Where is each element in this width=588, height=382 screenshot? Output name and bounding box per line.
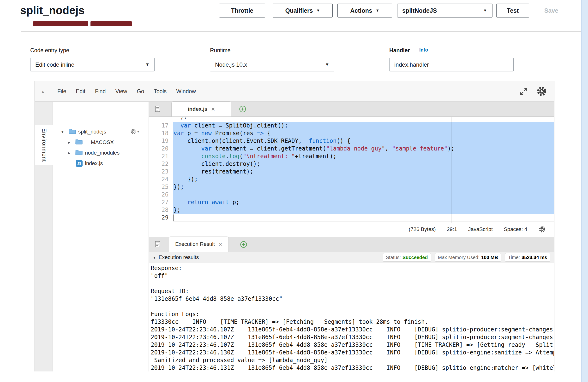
- code-line-27[interactable]: 27 return await p;: [149, 198, 554, 206]
- language-status[interactable]: JavaScript: [468, 226, 493, 232]
- menu-edit[interactable]: Edit: [76, 88, 85, 95]
- menu-window[interactable]: Window: [176, 88, 196, 95]
- code-line-24[interactable]: 24 });: [149, 175, 554, 183]
- result-badges: Status: Succeeded Max Memory Used: 100 M…: [383, 253, 550, 262]
- editor-main-area: index.js × "); 17 var client = SplitObj.…: [149, 102, 554, 371]
- code-line-18[interactable]: 18var p = new Promise(res => {: [149, 129, 554, 137]
- results-margin-line: [427, 263, 427, 371]
- code-entry-type-value: Edit code inline: [35, 61, 74, 68]
- editor-tabstrip: index.js ×: [149, 102, 554, 117]
- code-line-20[interactable]: 20 var treatment = client.getTreatment("…: [149, 145, 554, 153]
- runtime-label: Runtime: [210, 47, 231, 54]
- runtime-select[interactable]: Node.js 10.x ▼: [210, 58, 334, 71]
- tree-collapsed-icon[interactable]: ▸: [68, 151, 73, 155]
- folder-icon: [75, 139, 83, 146]
- folder-icon: [75, 149, 83, 156]
- tree-collapsed-icon[interactable]: ▸: [68, 140, 73, 145]
- memory-value: 100 MB: [481, 255, 498, 260]
- actions-label: Actions: [350, 7, 372, 14]
- code-line-26[interactable]: 26: [149, 191, 554, 198]
- cursor-position-status[interactable]: 29:1: [447, 226, 457, 232]
- menu-tools[interactable]: Tools: [154, 88, 167, 95]
- folder-icon: [69, 128, 76, 135]
- code-line-19[interactable]: 19 client.on(client.Event.SDK_READY, fun…: [149, 137, 554, 145]
- execution-results-header: ▼ Execution results Status: Succeeded Ma…: [149, 252, 554, 263]
- tree-item-node_modules[interactable]: ▸node_modules: [53, 148, 148, 158]
- fullscreen-icon[interactable]: [519, 87, 528, 97]
- qualifiers-button[interactable]: Qualifiers ▼: [273, 4, 333, 18]
- handler-input[interactable]: [389, 58, 514, 71]
- file-size-status: (726 Bytes): [409, 226, 436, 232]
- tab-list-icon[interactable]: [154, 105, 162, 114]
- collapse-menu-icon[interactable]: ▲: [41, 81, 45, 102]
- handler-info-link[interactable]: Info: [419, 47, 428, 53]
- menu-find[interactable]: Find: [95, 88, 106, 95]
- tree-settings-gear-icon[interactable]: ▾: [130, 129, 139, 135]
- statusbar-settings-gear-icon[interactable]: [538, 226, 546, 233]
- spaces-status[interactable]: Spaces: 4: [504, 226, 527, 232]
- chevron-down-icon: ▼: [483, 8, 487, 13]
- menu-file[interactable]: File: [57, 88, 66, 95]
- status-label: Status:: [386, 255, 401, 260]
- menu-go[interactable]: Go: [137, 88, 144, 95]
- menu-view[interactable]: View: [115, 88, 127, 95]
- tab-index-js[interactable]: index.js ×: [171, 101, 231, 116]
- tab-list-icon[interactable]: [154, 240, 162, 249]
- time-badge: Time: 3523.34 ms: [505, 253, 550, 262]
- code-entry-type-select[interactable]: Edit code inline ▼: [30, 58, 155, 71]
- tree-item-split_nodejs[interactable]: ▾split_nodejs▾: [53, 127, 148, 137]
- environment-label: Environment: [41, 128, 47, 162]
- status-badge: Status: Succeeded: [383, 253, 431, 262]
- cloud9-editor: ▲ FileEditFindViewGoToolsWindow Environm…: [35, 81, 554, 371]
- execution-results-toggle[interactable]: ▼ Execution results: [153, 254, 199, 261]
- tree-item-label: node_modules: [85, 150, 120, 156]
- tree-item-index.js[interactable]: JSindex.js: [53, 158, 148, 169]
- editor-settings-gear-icon[interactable]: [536, 86, 547, 98]
- close-icon[interactable]: ×: [211, 105, 215, 113]
- alias-select[interactable]: splitNodeJS ▼: [397, 4, 492, 18]
- tab-execution-result[interactable]: Execution Result ×: [169, 237, 229, 252]
- editor-statusbar: (726 Bytes) 29:1 JavaScript Spaces: 4: [149, 223, 554, 236]
- code-line-23[interactable]: 23 res(treatment);: [149, 168, 554, 175]
- menu-items: FileEditFindViewGoToolsWindow: [57, 81, 196, 102]
- qualifiers-label: Qualifiers: [285, 7, 313, 14]
- test-button[interactable]: Test: [496, 4, 529, 18]
- new-tab-icon[interactable]: [240, 241, 247, 249]
- actions-button[interactable]: Actions ▼: [337, 4, 392, 18]
- clipped-red-banner: [90, 21, 132, 26]
- tree-item-__MACOSX[interactable]: ▸__MACOSX: [53, 137, 148, 148]
- lambda-function-console: split_nodejs Throttle Qualifiers ▼ Actio…: [0, 0, 588, 382]
- execution-results-title: Execution results: [159, 254, 199, 261]
- tab-execution-result-label: Execution Result: [175, 241, 215, 247]
- code-line-28[interactable]: 28};: [149, 206, 554, 214]
- editor-menubar: ▲ FileEditFindViewGoToolsWindow: [35, 81, 554, 102]
- page-title: split_nodejs: [20, 4, 84, 17]
- tab-index-js-label: index.js: [188, 106, 207, 112]
- page-scrollbar[interactable]: [581, 0, 588, 382]
- environment-column: Environment: [35, 102, 53, 371]
- tree-item-label: __MACOSX: [85, 139, 114, 145]
- code-line-29[interactable]: 29: [149, 214, 554, 221]
- tree-expanded-icon[interactable]: ▾: [62, 129, 66, 134]
- chevron-down-icon: ▼: [145, 62, 149, 67]
- execution-log-pane[interactable]: Response: "off" Request ID: "131e865f-6e…: [149, 263, 554, 371]
- code-line-22[interactable]: 22 client.destroy();: [149, 160, 554, 168]
- clipped-red-banner: [33, 21, 88, 26]
- new-tab-icon[interactable]: [239, 105, 246, 114]
- code-line-25[interactable]: 25});: [149, 183, 554, 191]
- save-button-disabled[interactable]: Save: [536, 4, 567, 18]
- chevron-down-icon: ▼: [325, 62, 329, 67]
- execution-log[interactable]: Response: "off" Request ID: "131e865f-6e…: [151, 264, 554, 371]
- code-editor-pane[interactable]: "); 17 var client = SplitObj.client();18…: [149, 117, 554, 223]
- code-line-21[interactable]: 21 console.log("\ntreatment: "+treatment…: [149, 153, 554, 160]
- close-icon[interactable]: ×: [219, 241, 222, 248]
- throttle-button[interactable]: Throttle: [219, 4, 265, 18]
- code-line-17[interactable]: 17 var client = SplitObj.client();: [149, 122, 554, 129]
- environment-tab[interactable]: Environment: [35, 125, 53, 165]
- js-file-icon: JS: [76, 160, 83, 167]
- memory-badge: Max Memory Used: 100 MB: [435, 253, 501, 262]
- page-header: split_nodejs Throttle Qualifiers ▼ Actio…: [0, 0, 588, 27]
- memory-label: Max Memory Used:: [438, 255, 480, 260]
- results-tabstrip: Execution Result ×: [149, 237, 554, 252]
- runtime-value: Node.js 10.x: [215, 61, 247, 68]
